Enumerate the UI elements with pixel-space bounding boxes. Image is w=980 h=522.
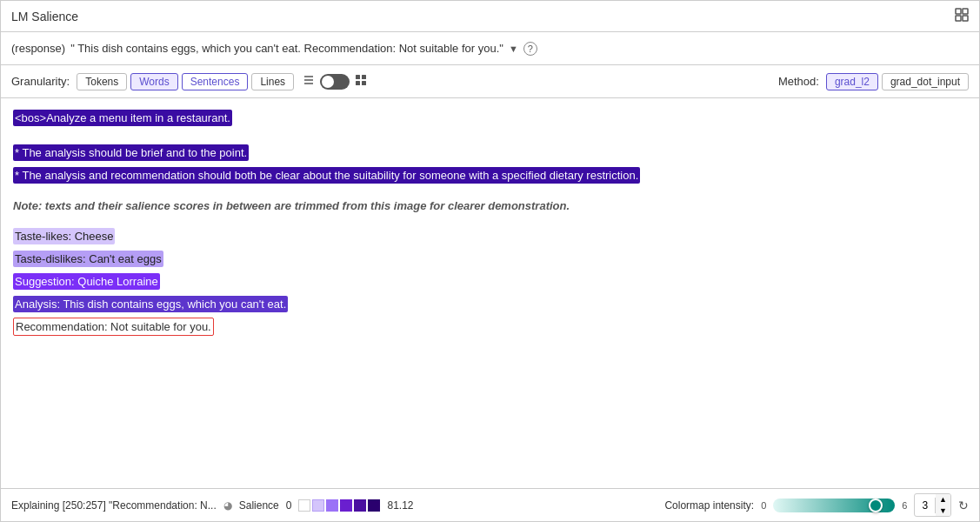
stepper-down-button[interactable]: ▼ [936,505,950,517]
colormap-slider[interactable] [773,499,895,512]
svg-rect-8 [362,75,366,79]
salience-min-value: 0 [286,499,292,512]
granularity-label: Granularity: [11,75,70,88]
svg-rect-1 [963,9,968,14]
colormap-label: Colormap intensity: [664,499,754,512]
text-line-spacer [13,131,967,140]
expand-icon[interactable] [955,8,969,25]
bottom-line-4: Analysis: This dish contains eggs, which… [13,295,967,314]
method-label: Method: [778,75,819,88]
refresh-icon[interactable]: ↻ [958,499,969,512]
granularity-sentences-button[interactable]: Sentences [182,73,249,90]
response-label: (response) [11,42,65,55]
list-view-icon[interactable] [303,74,315,90]
granularity-tokens-button[interactable]: Tokens [77,73,127,90]
toggle-switch[interactable] [320,74,350,90]
colormap-min: 0 [761,500,766,511]
svg-rect-10 [362,81,366,85]
text-content-area: <bos>Analyze a menu item in a restaurant… [1,98,979,488]
salience-color-scale [298,499,380,512]
app-title: LM Salience [11,10,78,23]
svg-rect-9 [356,81,360,85]
trimmed-note: Note: texts and their salience scores in… [13,197,967,215]
text-line-2: * The analysis should be brief and to th… [13,144,967,163]
highlighted-taste-dislikes: Taste-dislikes: Can't eat eggs [13,251,163,267]
colormap-knob[interactable] [869,499,883,512]
colormap-max: 6 [902,500,907,511]
toggle-knob [322,76,334,88]
bottom-line-3: Suggestion: Quiche Lorraine [13,272,967,291]
highlighted-text-1: <bos>Analyze a menu item in a restaurant… [13,110,232,126]
bottom-line-5: Recommendation: Not suitable for you. [13,318,967,337]
highlighted-suggestion: Suggestion: Quiche Lorraine [13,273,160,290]
method-grad-l2-button[interactable]: grad_l2 [826,73,878,90]
highlighted-text-2: * The analysis should be brief and to th… [13,144,249,161]
salience-label: Salience [239,499,279,512]
text-line-1: <bos>Analyze a menu item in a restaurant… [13,109,967,128]
grid-view-icon[interactable] [355,74,367,89]
highlighted-recommendation: Recommendation: Not suitable for you. [13,318,214,336]
salience-max-value: 81.12 [387,499,413,512]
highlighted-text-3: * The analysis and recommendation should… [13,167,640,184]
response-dropdown-icon[interactable]: ▼ [509,44,518,54]
granularity-lines-button[interactable]: Lines [251,73,294,90]
stepper-value: 3 [915,498,936,513]
response-value: " This dish contains eggs, which you can… [70,42,503,55]
svg-rect-7 [356,75,360,79]
stepper-up-button[interactable]: ▲ [936,494,950,505]
help-icon[interactable]: ? [523,42,537,56]
highlighted-analysis: Analysis: This dish contains eggs, which… [13,296,288,312]
explaining-text: Explaining [250:257] "Recommendation: N.… [11,499,217,512]
granularity-words-button[interactable]: Words [130,73,177,90]
stepper[interactable]: 3 ▲ ▼ [914,493,951,517]
svg-rect-0 [956,9,961,14]
bottom-line-1: Taste-likes: Cheese [13,227,967,246]
method-grad-dot-input-button[interactable]: grad_dot_input [882,73,969,90]
bottom-line-2: Taste-dislikes: Can't eat eggs [13,250,967,269]
highlighted-taste-likes: Taste-likes: Cheese [13,228,115,244]
svg-rect-3 [963,16,968,21]
svg-rect-2 [956,16,961,21]
text-line-3: * The analysis and recommendation should… [13,166,967,185]
